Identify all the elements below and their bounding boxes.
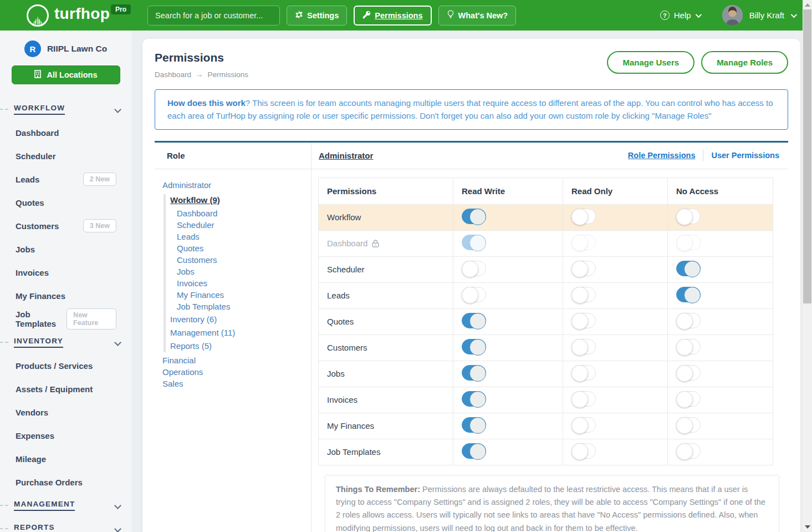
tree-group-reports[interactable]: Reports (5) xyxy=(170,340,311,352)
manage-users-button[interactable]: Manage Users xyxy=(607,51,694,74)
read-write-toggle[interactable] xyxy=(462,313,486,328)
sidebar-item-leads[interactable]: Leads2 New xyxy=(0,168,131,191)
section-dash xyxy=(0,528,8,529)
info-box-text: ? This screen is for team accounts manag… xyxy=(167,98,773,120)
no-access-toggle[interactable] xyxy=(676,313,701,328)
sidebar-item-job-templates[interactable]: Job TemplatesNew Feature xyxy=(0,307,131,331)
no-access-toggle[interactable] xyxy=(676,339,701,354)
read-write-toggle[interactable] xyxy=(462,391,486,407)
role-tree: Administrator Workflow (9) Dashboard Sch… xyxy=(155,169,311,389)
read-only-toggle[interactable] xyxy=(571,391,596,407)
sidebar-item-purchase-orders[interactable]: Purchase Orders xyxy=(0,470,131,494)
sidebar-section-management[interactable]: MANAGEMENT xyxy=(0,494,131,517)
breadcrumb-dashboard[interactable]: Dashboard xyxy=(155,70,191,79)
read-write-toggle[interactable] xyxy=(462,209,486,224)
sidebar-item-quotes[interactable]: Quotes xyxy=(0,191,131,214)
permissions-panel: Role Administrator Workflow (9) Dashboar… xyxy=(155,141,788,532)
no-access-toggle[interactable] xyxy=(676,417,701,433)
sidebar-item-dashboard[interactable]: Dashboard xyxy=(0,121,131,144)
sidebar-item-my-finances[interactable]: My Finances xyxy=(0,284,131,307)
permission-tabs: Role Permissions User Permissions xyxy=(620,149,787,161)
help-menu[interactable]: ? Help xyxy=(660,11,700,20)
note-title: Things To Remember: xyxy=(336,485,420,494)
no-access-toggle[interactable] xyxy=(676,365,701,381)
scroll-up-arrow-icon[interactable] xyxy=(805,3,810,7)
sidebar-item-jobs[interactable]: Jobs xyxy=(0,237,131,261)
sidebar-item-vendors[interactable]: Vendors xyxy=(0,401,131,424)
tree-group-workflow[interactable]: Workflow (9) xyxy=(170,194,311,206)
tree-item-invoices[interactable]: Invoices xyxy=(177,277,311,289)
sidebar-item-customers[interactable]: Customers3 New xyxy=(0,214,131,237)
chevron-down-icon[interactable] xyxy=(791,11,797,17)
role-panel-header: Role xyxy=(155,143,311,169)
tab-user-permissions[interactable]: User Permissions xyxy=(703,151,787,160)
manage-roles-button[interactable]: Manage Roles xyxy=(701,51,788,74)
no-access-toggle[interactable] xyxy=(676,391,701,407)
read-only-toggle[interactable] xyxy=(571,287,596,302)
permission-row: Dashboard xyxy=(319,230,773,256)
tree-item-job-templates[interactable]: Job Templates xyxy=(177,301,311,312)
tree-item-customers[interactable]: Customers xyxy=(177,254,311,266)
scroll-down-arrow-icon[interactable] xyxy=(805,525,810,529)
no-access-toggle[interactable] xyxy=(676,443,701,459)
tree-group-management[interactable]: Management (11) xyxy=(170,327,311,339)
tree-role-operations[interactable]: Operations xyxy=(162,366,311,378)
sidebar-item-products-services[interactable]: Products / Services xyxy=(0,354,131,377)
tree-item-quotes[interactable]: Quotes xyxy=(177,242,311,254)
all-locations-button[interactable]: All Locations xyxy=(12,65,120,84)
tree-item-jobs[interactable]: Jobs xyxy=(177,266,311,277)
sidebar-section-inventory[interactable]: INVENTORY xyxy=(0,331,131,354)
tree-item-my-finances[interactable]: My Finances xyxy=(177,289,311,301)
breadcrumb-permissions: Permissions xyxy=(208,70,249,79)
help-icon: ? xyxy=(660,11,670,20)
permissions-button[interactable]: Permissions xyxy=(354,6,431,26)
whats-new-button[interactable]: What's New? xyxy=(438,6,517,26)
sidebar-item-invoices[interactable]: Invoices xyxy=(0,261,131,284)
read-only-toggle[interactable] xyxy=(571,417,596,433)
tab-role-permissions[interactable]: Role Permissions xyxy=(620,151,703,160)
permission-row: Customers xyxy=(319,335,773,361)
no-access-toggle[interactable] xyxy=(676,261,701,276)
no-access-toggle[interactable] xyxy=(676,287,701,302)
user-avatar[interactable] xyxy=(722,5,743,26)
sidebar-item-expenses[interactable]: Expenses xyxy=(0,424,131,447)
tree-role-sales[interactable]: Sales xyxy=(162,378,311,389)
search-input[interactable] xyxy=(147,6,280,26)
vertical-scrollbar[interactable] xyxy=(803,0,812,532)
building-icon xyxy=(34,70,42,80)
read-only-toggle[interactable] xyxy=(571,443,596,459)
no-access-toggle[interactable] xyxy=(676,209,701,224)
tree-item-leads[interactable]: Leads xyxy=(177,231,311,242)
read-write-toggle[interactable] xyxy=(462,417,486,433)
sidebar-item-mileage[interactable]: Mileage xyxy=(0,447,131,470)
sidebar-section-workflow[interactable]: WORKFLOW xyxy=(0,98,131,121)
customers-new-badge: 3 New xyxy=(83,219,116,232)
tree-group-wrap: Workflow (9) Dashboard Scheduler Leads Q… xyxy=(164,194,311,352)
selected-role-name[interactable]: Administrator xyxy=(319,151,373,160)
tree-role-financial[interactable]: Financial xyxy=(162,354,311,366)
read-write-toggle[interactable] xyxy=(462,339,486,354)
read-write-toggle[interactable] xyxy=(462,287,486,302)
permission-row: Jobs xyxy=(319,361,773,387)
brand-logo[interactable]: turfhop Pro xyxy=(27,4,131,27)
read-only-toggle[interactable] xyxy=(571,313,596,328)
read-write-toggle[interactable] xyxy=(462,365,486,381)
scrollbar-thumb[interactable] xyxy=(803,9,811,303)
permission-row-label: Job Templates xyxy=(327,447,453,457)
read-only-toggle[interactable] xyxy=(571,261,596,276)
sidebar-item-assets-equipment[interactable]: Assets / Equipment xyxy=(0,377,131,401)
tree-role-administrator[interactable]: Administrator xyxy=(162,179,311,192)
read-only-toggle[interactable] xyxy=(571,339,596,354)
read-write-toggle[interactable] xyxy=(462,261,486,276)
read-only-toggle[interactable] xyxy=(571,365,596,381)
read-only-toggle[interactable] xyxy=(571,209,596,224)
tree-item-scheduler[interactable]: Scheduler xyxy=(177,219,311,231)
tree-item-dashboard[interactable]: Dashboard xyxy=(177,207,311,219)
company-row[interactable]: R RIIPL Lawn Co xyxy=(0,31,131,57)
role-tree-panel: Role Administrator Workflow (9) Dashboar… xyxy=(155,143,311,532)
settings-button[interactable]: Settings xyxy=(287,6,347,26)
sidebar-item-scheduler[interactable]: Scheduler xyxy=(0,144,131,168)
tree-group-inventory[interactable]: Inventory (6) xyxy=(170,313,311,326)
sidebar-section-reports[interactable]: REPORTS xyxy=(0,517,131,532)
read-write-toggle[interactable] xyxy=(462,443,486,459)
